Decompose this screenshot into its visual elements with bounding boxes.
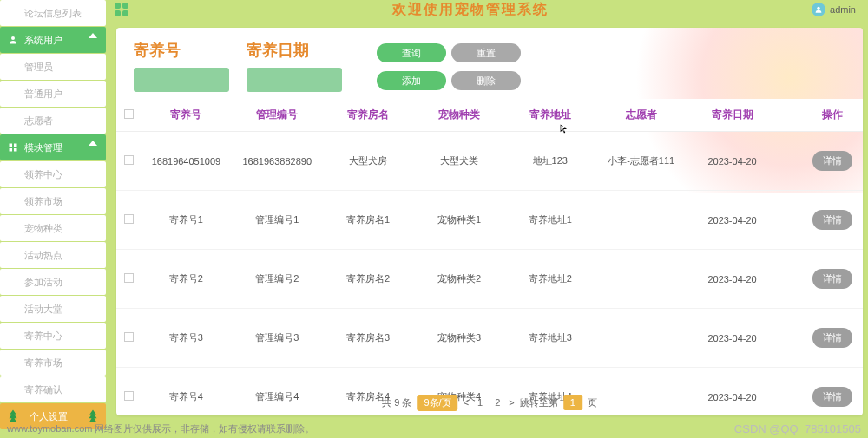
sidebar-item-foster-market[interactable]: 寄养市场 — [0, 350, 106, 376]
input-foster-code[interactable] — [134, 68, 229, 92]
sidebar-item-adopt-market[interactable]: 领养市场 — [0, 188, 106, 214]
cell-type: 宠物种类3 — [414, 309, 505, 368]
cell-action: 详情 — [802, 250, 863, 309]
cell-foster-code: 寄养号1 — [141, 191, 232, 250]
col-checkbox[interactable] — [116, 99, 141, 132]
modules-icon — [7, 141, 19, 154]
sidebar-group-label: 模块管理 — [24, 134, 62, 160]
cell-room: 寄养房名2 — [323, 250, 414, 309]
table-row: 寄养号1管理编号1寄养房名1宠物种类1寄养地址12023-04-20详情 — [116, 191, 863, 250]
query-button[interactable]: 查询 — [377, 43, 446, 62]
col-address: 寄养地址 — [504, 99, 595, 132]
table-header-row: 寄养号 管理编号 寄养房名 宠物种类 寄养地址 志愿者 寄养日期 操作 — [116, 99, 863, 132]
pager-page-2[interactable]: 2 — [491, 397, 503, 408]
cell-room: 寄养房名3 — [323, 309, 414, 368]
col-type: 宠物种类 — [414, 99, 505, 132]
svg-point-5 — [817, 7, 819, 10]
row-checkbox[interactable] — [116, 309, 141, 368]
detail-button[interactable]: 详情 — [812, 151, 852, 171]
cell-room: 大型犬房 — [323, 132, 414, 191]
row-checkbox[interactable] — [116, 132, 141, 191]
cell-action: 详情 — [802, 368, 863, 416]
col-mgmt-code: 管理编号 — [232, 99, 323, 132]
add-button[interactable]: 添加 — [377, 71, 446, 90]
cell-foster-code: 寄养号2 — [141, 250, 232, 309]
pager-next[interactable]: > — [509, 397, 514, 408]
data-table: 寄养号 管理编号 寄养房名 宠物种类 寄养地址 志愿者 寄养日期 操作 1681… — [116, 99, 863, 415]
row-checkbox[interactable] — [116, 250, 141, 309]
col-foster-code: 寄养号 — [141, 99, 232, 132]
svg-point-0 — [11, 36, 15, 40]
sidebar-item-user[interactable]: 普通用户 — [0, 81, 106, 107]
cell-type: 宠物种类1 — [414, 191, 505, 250]
input-foster-date[interactable] — [247, 68, 342, 92]
reset-button[interactable]: 重置 — [451, 43, 521, 62]
col-volunteer: 志愿者 — [595, 99, 687, 132]
topbar: 欢迎使用宠物管理系统 admin — [106, 0, 868, 19]
pagination: 共 9 条 9条/页 < 1 2 > 跳转至第 1 页 — [382, 393, 597, 412]
cell-volunteer — [595, 309, 687, 368]
pager-suffix: 页 — [588, 396, 597, 409]
sidebar-item-activity-hall[interactable]: 活动大堂 — [0, 296, 106, 322]
table-row: 寄养号2管理编号2寄养房名2宠物种类2寄养地址22023-04-20详情 — [116, 250, 863, 309]
sidebar-item-pet-type[interactable]: 宠物种类 — [0, 215, 106, 241]
table-wrap: 寄养号 管理编号 寄养房名 宠物种类 寄养地址 志愿者 寄养日期 操作 1681… — [116, 99, 863, 415]
svg-rect-1 — [10, 144, 13, 147]
cell-address: 寄养地址1 — [504, 191, 595, 250]
sidebar-item-admin[interactable]: 管理员 — [0, 54, 106, 80]
sidebar-top[interactable]: 论坛信息列表 — [0, 0, 106, 26]
sidebar-item-join-activity[interactable]: 参加活动 — [0, 269, 106, 295]
cell-type: 大型犬类 — [414, 132, 505, 191]
sidebar-item-adopt-center[interactable]: 领养中心 — [0, 161, 106, 187]
pager-jump-text: 跳转至第 — [520, 396, 558, 409]
detail-button[interactable]: 详情 — [812, 210, 852, 230]
pager-prev[interactable]: < — [464, 397, 469, 408]
cell-blank — [778, 309, 802, 368]
col-room: 寄养房名 — [323, 99, 414, 132]
col-blank — [778, 99, 802, 132]
cell-address: 地址123 — [504, 132, 595, 191]
detail-button[interactable]: 详情 — [812, 269, 852, 289]
cell-action: 详情 — [802, 309, 863, 368]
delete-button[interactable]: 删除 — [451, 71, 521, 90]
pager-per-page[interactable]: 9条/页 — [417, 395, 457, 411]
user-menu[interactable]: admin — [812, 3, 868, 16]
cell-volunteer — [595, 250, 687, 309]
detail-button[interactable]: 详情 — [812, 328, 852, 348]
sidebar-item-volunteer[interactable]: 志愿者 — [0, 108, 106, 134]
sidebar-item-foster-center[interactable]: 寄养中心 — [0, 323, 106, 349]
cell-blank — [778, 191, 802, 250]
sidebar-item-label: 个人设置 — [30, 411, 68, 422]
cell-address: 寄养地址3 — [504, 309, 595, 368]
col-action: 操作 — [802, 99, 863, 132]
sidebar-item-activity-hot[interactable]: 活动热点 — [0, 242, 106, 268]
sidebar-group-module-mgmt[interactable]: 模块管理 — [0, 134, 106, 160]
row-checkbox[interactable] — [116, 368, 141, 416]
cell-foster-code: 寄养号4 — [141, 368, 232, 416]
cell-mgmt-code: 1681963882890 — [232, 132, 323, 191]
sidebar-group-system-users[interactable]: 系统用户 — [0, 27, 106, 53]
cell-mgmt-code: 管理编号3 — [232, 309, 323, 368]
row-checkbox[interactable] — [116, 191, 141, 250]
username: admin — [830, 4, 856, 15]
pager-page-1[interactable]: 1 — [474, 397, 486, 408]
cell-volunteer: 小李-志愿者111 — [595, 132, 687, 191]
cell-type: 宠物种类2 — [414, 250, 505, 309]
watermark-left: www.toymoban.com 网络图片仅供展示，非存储，如有侵权请联系删除。 — [7, 422, 314, 435]
cell-mgmt-code: 管理编号1 — [232, 191, 323, 250]
cell-date: 2023-04-20 — [687, 250, 778, 309]
sidebar-item-foster-confirm[interactable]: 寄养确认 — [0, 376, 106, 402]
cell-volunteer — [595, 368, 687, 416]
label-foster-code: 寄养号 — [134, 40, 229, 61]
user-icon — [7, 34, 19, 46]
chevron-up-icon — [89, 141, 97, 146]
detail-button[interactable]: 详情 — [812, 387, 852, 407]
cell-address: 寄养地址2 — [504, 250, 595, 309]
pager-current[interactable]: 1 — [563, 395, 582, 410]
table-row: 16819640510091681963882890大型犬房大型犬类地址123小… — [116, 132, 863, 191]
cell-action: 详情 — [802, 132, 863, 191]
main-panel: 寄养号 寄养日期 查询 重置 添加 删除 寄养 — [116, 28, 863, 415]
home-grid-icon[interactable] — [115, 3, 128, 16]
cell-mgmt-code: 管理编号4 — [232, 368, 323, 416]
cell-action: 详情 — [802, 191, 863, 250]
